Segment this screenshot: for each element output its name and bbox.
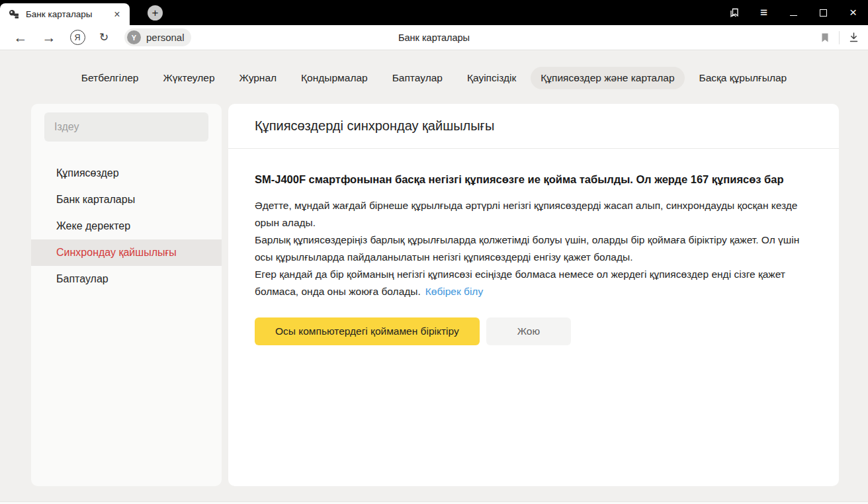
tab-title: Банк карталары — [26, 9, 110, 19]
window-bottom-edge — [0, 501, 868, 504]
refresh-icon[interactable]: ↻ — [93, 28, 115, 48]
search-box — [44, 112, 208, 142]
conflict-alert-title: SM-J400F смартфонынан басқа негізгі құпи… — [255, 171, 804, 189]
merge-with-local-storage-button[interactable]: Осы компьютердегі қоймамен біріктіру — [255, 317, 480, 345]
sidebar-item-sync-conflict[interactable]: Синхрондау қайшылығы — [31, 239, 222, 266]
browser-tab[interactable]: Банк карталары × — [0, 3, 130, 25]
sidebar-item-bank-cards[interactable]: Банк карталары — [31, 187, 222, 213]
sidebar-item-personal-data[interactable]: Жеке деректер — [31, 213, 222, 239]
window-controls: ≡ × — [719, 0, 868, 25]
main-header: Құпиясөздерді синхрондау қайшылығы — [228, 104, 839, 149]
menu-icon[interactable]: ≡ — [749, 0, 779, 25]
delete-button[interactable]: Жою — [486, 317, 571, 345]
content-area: Құпиясөздер Банк карталары Жеке деректер… — [31, 104, 839, 486]
page-title: Құпиясөздерді синхрондау қайшылығы — [255, 118, 494, 134]
protect-icon: Y — [127, 30, 141, 44]
main-card: Құпиясөздерді синхрондау қайшылығы SM-J4… — [228, 104, 839, 486]
search-input[interactable] — [44, 112, 208, 142]
tab-other-devices[interactable]: Басқа құрылғылар — [689, 67, 797, 89]
toolbar-right-group — [819, 31, 860, 44]
sidebar-item-passwords[interactable]: Құпиясөздер — [31, 160, 222, 187]
settings-page: Бетбелгілер Жүктеулер Журнал Қондырмалар… — [0, 50, 868, 504]
bookmark-flag-icon[interactable] — [819, 32, 831, 44]
side-panels-icon[interactable] — [719, 0, 749, 25]
browser-toolbar: ← → Я ↻ Y personal Банк карталары — [0, 25, 868, 50]
tab-downloads[interactable]: Жүктеулер — [153, 67, 224, 89]
main-body: SM-J400F смартфонынан басқа негізгі құпи… — [228, 149, 839, 345]
minimize-button[interactable] — [779, 0, 808, 25]
key-icon — [9, 9, 20, 20]
maximize-button[interactable] — [808, 0, 838, 25]
learn-more-link[interactable]: Көбірек білу — [425, 286, 483, 297]
action-buttons: Осы компьютердегі қоймамен біріктіру Жою — [255, 317, 812, 345]
conflict-description: Әдетте, мұндай жағдай бірнеше құрылғыда … — [255, 197, 809, 300]
tab-close-icon[interactable]: × — [110, 7, 124, 22]
description-paragraph: Әдетте, мұндай жағдай бірнеше құрылғыда … — [255, 197, 809, 231]
address-badge-label: personal — [146, 32, 189, 43]
description-paragraph: Егер қандай да бір қойманың негізгі құпи… — [255, 266, 809, 300]
download-icon[interactable] — [847, 31, 860, 44]
settings-nav-tabs: Бетбелгілер Жүктеулер Журнал Қондырмалар… — [0, 50, 868, 89]
sidebar: Құпиясөздер Банк карталары Жеке деректер… — [31, 104, 222, 486]
toolbar-separator — [839, 31, 840, 44]
yandex-home-icon[interactable]: Я — [66, 28, 89, 48]
tab-passwords-and-cards[interactable]: Құпиясөздер және карталар — [531, 67, 684, 89]
sidebar-list: Құпиясөздер Банк карталары Жеке деректер… — [31, 160, 222, 292]
description-paragraph: Барлық құпиясөздеріңіз барлық құрылғылар… — [255, 231, 809, 266]
new-tab-button[interactable]: + — [148, 5, 163, 21]
tab-settings[interactable]: Баптаулар — [382, 67, 453, 89]
tab-security[interactable]: Қауіпсіздік — [457, 67, 526, 89]
close-window-button[interactable]: × — [838, 0, 868, 25]
tab-extensions[interactable]: Қондырмалар — [291, 67, 378, 89]
tab-bookmarks[interactable]: Бетбелгілер — [71, 67, 149, 89]
tab-history[interactable]: Журнал — [230, 67, 287, 89]
back-icon[interactable]: ← — [9, 28, 32, 48]
sidebar-item-settings[interactable]: Баптаулар — [31, 266, 222, 292]
forward-icon[interactable]: → — [38, 28, 60, 48]
window-titlebar: Банк карталары × + ≡ × — [0, 0, 868, 25]
address-bar-badge[interactable]: Y personal — [124, 28, 191, 46]
